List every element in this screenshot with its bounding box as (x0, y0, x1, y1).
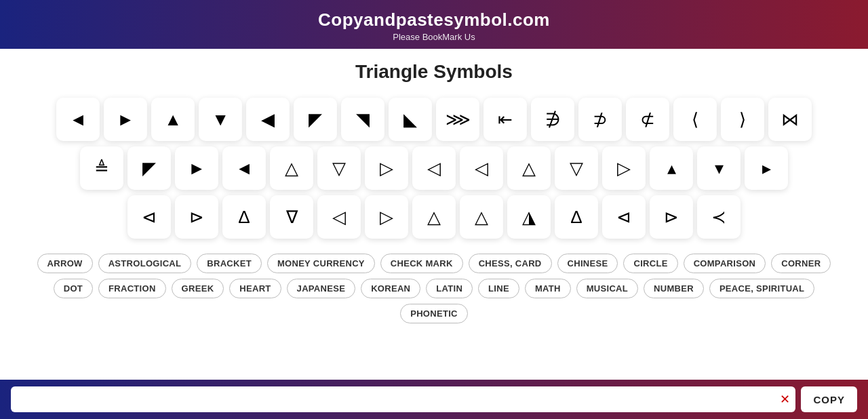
cat-bracket[interactable]: BRACKET (197, 254, 262, 273)
copy-button[interactable]: COPY (801, 386, 857, 412)
symbol-btn[interactable]: △ (460, 195, 503, 239)
symbol-btn[interactable]: ◤ (127, 146, 171, 190)
cat-corner[interactable]: CORNER (771, 254, 831, 273)
categories-container: ARROW ASTROLOGICAL BRACKET MONEY CURRENC… (20, 244, 848, 329)
cat-dot[interactable]: DOT (54, 279, 93, 298)
symbol-btn[interactable]: ▷ (365, 146, 408, 190)
symbol-btn[interactable]: ▽ (317, 146, 361, 190)
symbol-btn[interactable]: ⋈ (768, 98, 812, 141)
cat-korean[interactable]: KOREAN (361, 279, 420, 298)
symbol-btn[interactable]: ▽ (555, 146, 598, 190)
copy-input[interactable] (11, 386, 795, 412)
symbol-btn[interactable]: ⊳ (650, 195, 693, 239)
cat-japanese[interactable]: JAPANESE (287, 279, 356, 298)
symbol-row-1: ◄ ► ▲ ▼ ◀ ◤ ◥ ◣ ⋙ ⇤ ∌ ⊅ ⊄ ⟨ ⟩ ⋈ (20, 98, 848, 141)
symbol-btn[interactable]: ≜ (80, 146, 123, 190)
cat-check-mark[interactable]: CHECK MARK (380, 254, 463, 273)
site-title: Copyandpastesymbol.com (0, 9, 868, 31)
symbol-btn[interactable]: ◁ (412, 146, 456, 190)
symbol-btn[interactable]: ◮ (507, 195, 551, 239)
symbol-btn[interactable]: △ (270, 146, 313, 190)
cat-fraction[interactable]: FRACTION (98, 279, 166, 298)
cat-circle[interactable]: CIRCLE (623, 254, 677, 273)
symbol-btn[interactable]: ∆ (555, 195, 598, 239)
symbol-btn[interactable]: ◣ (389, 98, 432, 141)
symbol-btn[interactable]: ► (104, 98, 147, 141)
cat-phonetic[interactable]: PHONETIC (400, 304, 468, 323)
symbol-btn[interactable]: △ (507, 146, 551, 190)
symbol-btn[interactable]: ► (175, 146, 218, 190)
symbol-btn[interactable]: ◀ (246, 98, 290, 141)
cat-number[interactable]: NUMBER (644, 279, 704, 298)
cat-money-currency[interactable]: MONEY CURRENCY (267, 254, 375, 273)
symbol-btn[interactable]: ◥ (341, 98, 384, 141)
site-header: Copyandpastesymbol.com Please BookMark U… (0, 0, 868, 49)
symbol-btn[interactable]: ∇ (270, 195, 313, 239)
symbol-row-3: ⊲ ⊳ ∆ ∇ ◁ ▷ △ △ ◮ ∆ ⊲ ⊳ ≺ (20, 195, 848, 239)
main-content: Triangle Symbols ◄ ► ▲ ▼ ◀ ◤ ◥ ◣ ⋙ ⇤ ∌ ⊅… (0, 49, 868, 380)
symbol-btn[interactable]: ⊄ (626, 98, 669, 141)
symbol-btn[interactable]: ▲ (151, 98, 195, 141)
cat-comparison[interactable]: COMPARISON (684, 254, 766, 273)
clear-button[interactable]: ✕ (780, 393, 790, 405)
symbol-btn[interactable]: ≺ (697, 195, 741, 239)
symbol-btn[interactable]: ◁ (460, 146, 503, 190)
symbol-btn[interactable]: ▾ (697, 146, 741, 190)
symbol-btn[interactable]: ▷ (602, 146, 646, 190)
symbol-btn[interactable]: ▸ (745, 146, 788, 190)
page-title: Triangle Symbols (20, 61, 848, 83)
symbol-btn[interactable]: ◤ (294, 98, 337, 141)
symbol-btn[interactable]: ◄ (56, 98, 100, 141)
symbol-btn[interactable]: ⊲ (602, 195, 646, 239)
symbol-btn[interactable]: ⊅ (578, 98, 622, 141)
cat-math[interactable]: MATH (525, 279, 571, 298)
input-wrapper: ✕ (11, 386, 795, 412)
cat-line[interactable]: LINE (478, 279, 519, 298)
bottom-bar: ✕ COPY (0, 380, 868, 419)
symbol-btn[interactable]: ∆ (222, 195, 266, 239)
symbol-btn[interactable]: ⇤ (484, 98, 527, 141)
symbol-btn[interactable]: ⟨ (673, 98, 717, 141)
cat-heart[interactable]: HEART (229, 279, 281, 298)
site-subtitle: Please BookMark Us (0, 32, 868, 42)
symbol-btn[interactable]: ▷ (365, 195, 408, 239)
cat-peace-spiritual[interactable]: PEACE, SPIRITUAL (709, 279, 814, 298)
symbol-btn[interactable]: ⊳ (175, 195, 218, 239)
cat-latin[interactable]: LATIN (426, 279, 473, 298)
symbol-btn[interactable]: ▼ (199, 98, 242, 141)
symbol-btn[interactable]: ◁ (317, 195, 361, 239)
symbol-row-2: ≜ ◤ ► ◄ △ ▽ ▷ ◁ ◁ △ ▽ ▷ ▴ ▾ ▸ (20, 146, 848, 190)
cat-astrological[interactable]: ASTROLOGICAL (98, 254, 192, 273)
symbol-btn[interactable]: ⊲ (127, 195, 171, 239)
cat-greek[interactable]: GREEK (172, 279, 224, 298)
symbol-btn[interactable]: ▴ (650, 146, 693, 190)
cat-musical[interactable]: MUSICAL (576, 279, 638, 298)
symbol-btn[interactable]: ∌ (531, 98, 574, 141)
symbol-btn[interactable]: ◄ (222, 146, 266, 190)
cat-chinese[interactable]: CHINESE (557, 254, 618, 273)
cat-arrow[interactable]: ARROW (37, 254, 93, 273)
cat-chess-card[interactable]: CHESS, CARD (469, 254, 552, 273)
symbol-btn[interactable]: △ (412, 195, 456, 239)
symbol-btn[interactable]: ⟩ (721, 98, 764, 141)
symbol-btn[interactable]: ⋙ (436, 98, 479, 141)
